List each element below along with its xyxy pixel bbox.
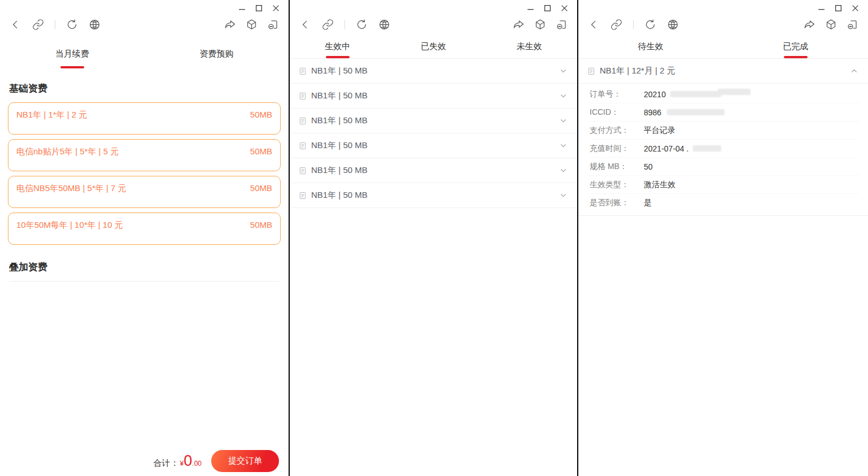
globe-icon[interactable] (667, 19, 679, 31)
back-icon[interactable] (10, 19, 21, 31)
chevron-down-icon[interactable] (559, 66, 568, 76)
tab-label: 未生效 (517, 41, 542, 51)
share-icon[interactable] (224, 19, 236, 31)
list-item[interactable]: NB1年 | 50 MB (290, 59, 577, 84)
tab-label: 已失效 (421, 41, 446, 51)
floating-window-icon[interactable] (847, 19, 858, 31)
submit-order-button[interactable]: 提交订单 (211, 450, 279, 472)
tab-in-effect[interactable]: 生效中 (290, 41, 386, 58)
plan-size: 50MB (250, 110, 272, 119)
package-label: NB1年 | 50 MB (311, 165, 368, 176)
link-icon[interactable] (610, 19, 622, 31)
back-icon[interactable] (299, 19, 311, 31)
floating-window-icon[interactable] (556, 19, 568, 31)
chevron-down-icon[interactable] (559, 141, 568, 150)
tab-bar: 生效中 已失效 未生效 (290, 35, 577, 59)
link-icon[interactable] (32, 19, 44, 31)
expanded-order-header[interactable]: NB1年 | 12*月 | 2 元 (578, 59, 868, 84)
chevron-down-icon[interactable] (559, 191, 568, 200)
tab-not-effective[interactable]: 未生效 (481, 41, 577, 58)
plan-card[interactable]: 电信nb贴片5年 | 5*年 | 5 元 50MB (8, 139, 281, 171)
detail-row-order-number: 订单号： 20210 (590, 85, 859, 103)
tab-label: 当月续费 (55, 49, 89, 58)
minimize-icon[interactable] (813, 3, 830, 13)
tab-fee-prepurchase[interactable]: 资费预购 (145, 49, 289, 68)
tab-expired[interactable]: 已失效 (386, 41, 482, 58)
nav-toolbar (290, 14, 577, 35)
floating-window-icon[interactable] (267, 19, 279, 31)
tab-bar: 待生效 已完成 (578, 35, 868, 59)
plan-card[interactable]: 电信NB5年50MB | 5*年 | 7 元 50MB (8, 176, 281, 208)
share-icon[interactable] (804, 19, 815, 31)
plan-name: 电信nb贴片5年 | 5*年 | 5 元 (16, 146, 119, 157)
package-label: NB1年 | 50 MB (311, 66, 368, 76)
maximize-icon[interactable] (539, 3, 556, 13)
active-tab-underline (784, 56, 808, 58)
window-renew-fees: 当月续费 资费预购 基础资费 NB1年 | 1*年 | 2 元 50MB 电信n… (0, 0, 289, 476)
list-item[interactable]: NB1年 | 50 MB (290, 109, 577, 133)
detail-label: 生效类型： (590, 180, 644, 190)
refresh-icon[interactable] (356, 19, 368, 31)
tab-current-month-renew[interactable]: 当月续费 (0, 49, 145, 68)
detail-value: 2021-07-04 . (644, 144, 721, 153)
globe-icon[interactable] (89, 19, 101, 31)
globe-icon[interactable] (378, 19, 390, 31)
redacted-value (667, 109, 725, 115)
chevron-down-icon[interactable] (559, 116, 568, 126)
amount-decimal: .00 (192, 460, 202, 468)
currency-symbol: ¥ (180, 460, 184, 468)
list-item[interactable]: NB1年 | 50 MB (290, 183, 577, 208)
close-icon[interactable] (847, 3, 863, 13)
detail-value: 平台记录 (644, 126, 675, 136)
nav-toolbar (0, 14, 289, 35)
plan-card[interactable]: NB1年 | 1*年 | 2 元 50MB (8, 102, 281, 135)
detail-value: 8986 (644, 108, 725, 117)
tab-completed[interactable]: 已完成 (723, 41, 868, 58)
cube-icon[interactable] (246, 19, 258, 31)
maximize-icon[interactable] (830, 3, 847, 13)
refresh-icon[interactable] (644, 19, 656, 31)
list-item[interactable]: NB1年 | 50 MB (290, 158, 577, 183)
minimize-icon[interactable] (522, 3, 539, 13)
detail-row-arrived: 是否到账： 是 (590, 194, 859, 212)
list-item[interactable]: NB1年 | 50 MB (290, 84, 577, 109)
order-doc-icon (587, 67, 595, 76)
refresh-icon[interactable] (66, 19, 78, 31)
package-label: NB1年 | 50 MB (311, 115, 368, 126)
detail-label: 是否到账： (590, 198, 644, 208)
detail-label: ICCID： (590, 107, 644, 118)
cube-icon[interactable] (534, 19, 546, 31)
redacted-value (718, 89, 751, 95)
section-divider (9, 281, 280, 282)
close-icon[interactable] (267, 3, 284, 13)
chevron-down-icon[interactable] (559, 91, 568, 101)
maximize-icon[interactable] (250, 3, 267, 13)
detail-row-spec-mb: 规格 MB： 50 (590, 158, 859, 176)
order-doc-icon (299, 191, 307, 200)
nav-toolbar (578, 14, 868, 35)
cube-icon[interactable] (825, 19, 837, 31)
plan-card[interactable]: 10年50M每年 | 10*年 | 10 元 50MB (8, 213, 281, 245)
detail-value: 是 (644, 198, 652, 208)
share-icon[interactable] (513, 19, 525, 31)
tab-label: 生效中 (325, 41, 350, 51)
plan-name: NB1年 | 1*年 | 2 元 (16, 110, 87, 120)
window-active-packages: 生效中 已失效 未生效 NB1年 | 50 MB NB1年 | 50 MB (290, 0, 577, 476)
chevron-down-icon[interactable] (559, 166, 568, 175)
tab-pending-effective[interactable]: 待生效 (578, 41, 723, 58)
minimize-icon[interactable] (233, 3, 250, 13)
link-icon[interactable] (322, 19, 334, 31)
detail-row-iccid: ICCID： 8986 (590, 103, 859, 122)
amount-integer: 0 (184, 453, 192, 469)
plan-name: 电信NB5年50MB | 5*年 | 7 元 (16, 183, 127, 194)
list-item[interactable]: NB1年 | 50 MB (290, 133, 577, 158)
back-icon[interactable] (588, 19, 600, 31)
devtools-preview-windows: 当月续费 资费预购 基础资费 NB1年 | 1*年 | 2 元 50MB 电信n… (0, 0, 868, 476)
redacted-value (670, 91, 721, 97)
package-label: NB1年 | 50 MB (311, 190, 368, 201)
order-doc-icon (299, 141, 307, 150)
close-icon[interactable] (556, 3, 573, 13)
detail-label: 充值时间： (590, 144, 644, 154)
chevron-up-icon[interactable] (849, 66, 859, 76)
detail-label: 订单号： (590, 89, 644, 99)
